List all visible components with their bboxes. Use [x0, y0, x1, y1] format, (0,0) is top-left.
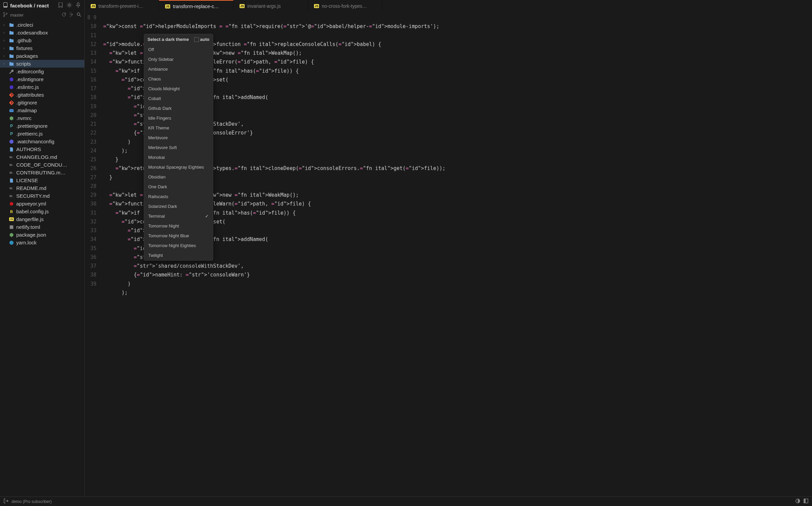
file-item[interactable]: M↓CODE_OF_CONDU…: [0, 161, 84, 169]
bookmark-icon[interactable]: [57, 2, 64, 9]
pin-icon[interactable]: [75, 2, 82, 9]
folder-label: fixtures: [16, 45, 32, 51]
file-item[interactable]: .eslintrc.js: [0, 83, 84, 91]
theme-option[interactable]: Monokai: [144, 152, 213, 162]
theme-option[interactable]: Clouds Midnight: [144, 84, 213, 94]
editor-tab[interactable]: JStransform-prevent-i…: [85, 0, 159, 12]
file-icon: [9, 139, 14, 144]
file-item[interactable]: package.json: [0, 231, 84, 239]
theme-list[interactable]: OffOnly SidebarAmbianceChaosClouds Midni…: [144, 45, 213, 260]
theme-option[interactable]: Off: [144, 45, 213, 54]
file-label: .watchmanconfig: [16, 139, 54, 144]
folder-fixtures[interactable]: ›fixtures: [0, 44, 84, 52]
theme-option[interactable]: Cobalt: [144, 94, 213, 103]
editor-tab[interactable]: JSno-cross-fork-types…: [308, 0, 382, 12]
theme-label: Railscasts: [148, 194, 168, 199]
file-item[interactable]: M↓CONTRIBUTING.m…: [0, 169, 84, 176]
theme-label: KR Theme: [148, 125, 169, 130]
theme-label: Tomorrow Night: [148, 223, 179, 228]
file-item[interactable]: .nvmrc: [0, 114, 84, 122]
file-item[interactable]: .gitattributes: [0, 91, 84, 99]
auto-label[interactable]: auto: [200, 37, 209, 42]
theme-option[interactable]: One Dark: [144, 182, 213, 192]
file-tree[interactable]: ›.circleci›.codesandbox›.github›fixtures…: [0, 20, 84, 497]
theme-option[interactable]: Ambiance: [144, 64, 213, 74]
svg-rect-11: [804, 499, 806, 503]
file-label: .prettierignore: [16, 123, 48, 129]
file-item[interactable]: P.prettierrc.js: [0, 130, 84, 138]
theme-option[interactable]: Monokai Spacegray Eighties: [144, 162, 213, 172]
file-item[interactable]: .eslintignore: [0, 75, 84, 83]
theme-popup: Select a dark theme auto OffOnly Sidebar…: [144, 34, 213, 261]
theme-option[interactable]: KR Theme: [144, 123, 213, 133]
theme-option[interactable]: Tomorrow Night: [144, 221, 213, 231]
editor-tab[interactable]: JStransform-replace-c…: [159, 0, 233, 12]
file-label: LICENSE: [16, 177, 38, 183]
file-item[interactable]: netlify.toml: [0, 223, 84, 231]
folder-circleci[interactable]: ›.circleci: [0, 21, 84, 29]
file-item[interactable]: LICENSE: [0, 176, 84, 184]
file-item[interactable]: M↓CHANGELOG.md: [0, 153, 84, 161]
theme-option[interactable]: Tomorrow Night Blue: [144, 231, 213, 241]
file-item[interactable]: M↓SECURITY.md: [0, 192, 84, 200]
file-item[interactable]: .watchmanconfig: [0, 138, 84, 145]
theme-option[interactable]: Only Sidebar: [144, 54, 213, 64]
file-icon: [9, 201, 14, 206]
repo-title[interactable]: facebook / react: [10, 3, 49, 8]
theme-option[interactable]: Chaos: [144, 74, 213, 84]
theme-option[interactable]: Idle Fingers: [144, 113, 213, 123]
file-label: .editorconfig: [16, 69, 44, 74]
file-icon: [9, 100, 14, 105]
theme-option[interactable]: Twilight: [144, 250, 213, 260]
exit-icon[interactable]: [3, 498, 9, 505]
theme-option[interactable]: Solarized Dark: [144, 201, 213, 211]
file-item[interactable]: Bbabel.config.js: [0, 208, 84, 215]
tree-icon[interactable]: [69, 12, 74, 18]
folder-codesandbox[interactable]: ›.codesandbox: [0, 29, 84, 37]
theme-option[interactable]: Obsidian: [144, 172, 213, 182]
auto-checkbox[interactable]: [194, 37, 199, 42]
theme-option[interactable]: Tomorrow Night Eighties: [144, 241, 213, 250]
search-icon[interactable]: [76, 12, 82, 18]
folder-icon: [9, 23, 14, 27]
theme-option[interactable]: Github Dark: [144, 103, 213, 113]
editor-tab[interactable]: JSinvariant-args.js: [233, 0, 308, 12]
file-item[interactable]: .mailmap: [0, 106, 84, 114]
file-item[interactable]: appveyor.yml: [0, 200, 84, 208]
status-user[interactable]: demo (Pro subscriber): [12, 499, 52, 504]
theme-label: Solarized Dark: [148, 204, 177, 209]
file-item[interactable]: .gitignore: [0, 99, 84, 106]
theme-option[interactable]: Railscasts: [144, 192, 213, 201]
folder-github[interactable]: ›.github: [0, 37, 84, 44]
file-icon: [9, 85, 14, 90]
svg-point-1: [4, 16, 5, 17]
settings-icon[interactable]: [66, 2, 73, 9]
theme-label: Tomorrow Night Eighties: [148, 243, 196, 248]
branch-icon: [3, 12, 8, 18]
file-icon: M↓: [9, 194, 14, 198]
file-icon: [9, 178, 14, 183]
theme-option[interactable]: Merbivore Soft: [144, 143, 213, 152]
file-item[interactable]: M↓README.md: [0, 184, 84, 192]
svg-point-8: [9, 240, 14, 244]
file-item[interactable]: AUTHORS: [0, 145, 84, 153]
file-item[interactable]: .editorconfig: [0, 68, 84, 75]
sidebar-header: facebook / react: [0, 0, 84, 11]
file-icon: M↓: [9, 187, 14, 190]
js-icon: JS: [240, 4, 245, 8]
file-item[interactable]: yarn.lock: [0, 239, 84, 246]
folder-packages[interactable]: ›packages: [0, 52, 84, 60]
tab-label: transform-prevent-i…: [98, 3, 143, 9]
file-icon: M↓: [9, 155, 14, 159]
folder-scripts[interactable]: ›scripts: [0, 60, 84, 68]
refresh-icon[interactable]: [61, 12, 67, 18]
contrast-icon[interactable]: [795, 498, 800, 505]
file-item[interactable]: P.prettierignore: [0, 122, 84, 130]
theme-option[interactable]: Terminal✓: [144, 211, 213, 221]
file-item[interactable]: JSdangerfile.js: [0, 215, 84, 223]
svg-point-0: [4, 13, 5, 14]
theme-option[interactable]: Merbivore: [144, 133, 213, 143]
branch-name[interactable]: master: [10, 13, 24, 18]
chevron-right-icon: ›: [3, 46, 7, 50]
layout-icon[interactable]: [803, 498, 809, 505]
